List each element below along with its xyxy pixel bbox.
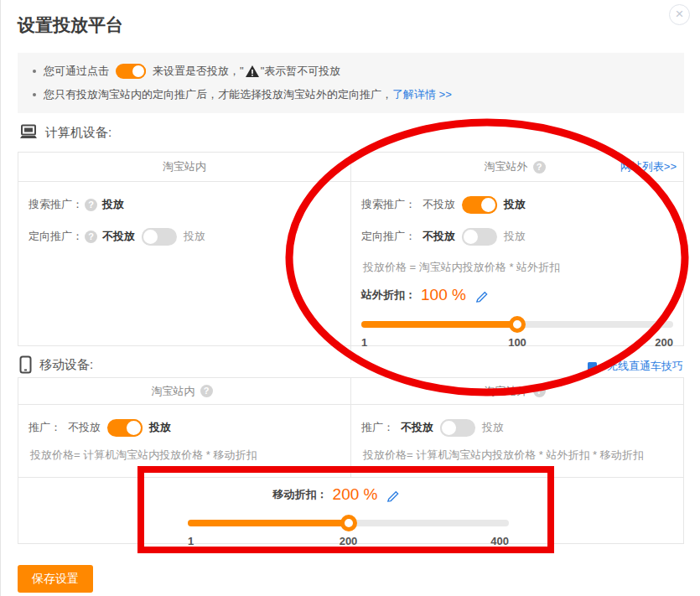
mobile-section-header: 移动设备: bbox=[19, 355, 93, 374]
target-promo-toggle[interactable] bbox=[142, 228, 177, 246]
slider-current-label: 100 bbox=[508, 336, 526, 349]
search-promo-toggle[interactable] bbox=[462, 196, 497, 214]
header-taobao-inside: 淘宝站内 bbox=[18, 153, 350, 181]
header-label: 淘宝站内 bbox=[152, 384, 195, 399]
slider-max-label: 200 bbox=[655, 336, 673, 349]
set-platform-dialog: 设置投放平台 × 您可通过点击 来设置是否投放，" "表示暂不可投放 您只有投放… bbox=[0, 0, 700, 596]
mobile-formula-row: 投放价格= 计算机淘宝站内投放价格 * 移动折扣 投放价格= 计算机淘宝站内投放… bbox=[18, 438, 683, 478]
toggle-knob bbox=[462, 228, 480, 246]
promo-row: 推广： 不投放 投放 bbox=[29, 417, 340, 438]
target-promo-toggle[interactable] bbox=[462, 228, 497, 246]
computer-table-body: 搜索推广： ? 投放 定向推广： ? 不投放 投放 搜索推广： 不投放 bbox=[18, 182, 683, 363]
row-label: 定向推广： bbox=[361, 229, 416, 244]
computer-icon bbox=[19, 124, 38, 141]
status-on-label: 投放 bbox=[184, 229, 205, 244]
wireless-tips: 无线直通车技巧 bbox=[588, 359, 683, 374]
offsite-discount-line: 站外折扣： 100 % bbox=[361, 282, 673, 308]
status-off-label: 不投放 bbox=[102, 229, 135, 244]
help-icon[interactable]: ? bbox=[85, 231, 97, 243]
slider-max-label: 400 bbox=[490, 535, 509, 547]
slider-knob[interactable] bbox=[509, 316, 526, 333]
promo-toggle[interactable] bbox=[440, 419, 475, 437]
discount-value: 100 % bbox=[421, 286, 466, 304]
slider-knob[interactable] bbox=[340, 515, 357, 531]
row-label: 搜索推广： bbox=[29, 197, 83, 212]
toggle-knob bbox=[142, 228, 159, 246]
mobile-discount-slider[interactable] bbox=[188, 515, 509, 531]
toggle-knob bbox=[440, 419, 458, 437]
learn-more-link[interactable]: 了解详情 >> bbox=[392, 87, 452, 102]
discount-label: 移动折扣： bbox=[273, 487, 328, 502]
mobile-table-head: 淘宝站内 ? 淘宝站外 ? bbox=[18, 378, 683, 405]
row-label: 定向推广： bbox=[29, 229, 83, 244]
mobile-slider-row: 移动折扣： 200 % 1 200 400 bbox=[18, 478, 683, 557]
computer-table-head: 淘宝站内 淘宝站外 ? 网站列表>> bbox=[18, 153, 683, 182]
target-promo-row: 定向推广： ? 不投放 投放 bbox=[29, 225, 340, 247]
header-taobao-inside: 淘宝站内 ? bbox=[18, 378, 350, 404]
price-formula: 投放价格= 计算机淘宝站内投放价格 * 移动折扣 bbox=[30, 447, 340, 464]
close-icon[interactable]: × bbox=[669, 4, 690, 25]
status-on-label: 投放 bbox=[504, 197, 526, 212]
slider-fill bbox=[361, 321, 517, 328]
slider-min-label: 1 bbox=[188, 535, 194, 547]
help-icon[interactable]: ? bbox=[533, 385, 546, 397]
computer-section-header: 计算机设备: bbox=[19, 124, 111, 141]
notice-text: 您可通过点击 bbox=[44, 64, 109, 79]
video-camera-icon bbox=[588, 361, 603, 371]
wireless-tips-link[interactable]: 无线直通车技巧 bbox=[607, 359, 683, 374]
slider-min-label: 1 bbox=[361, 336, 367, 349]
edit-pencil-icon[interactable] bbox=[474, 288, 489, 303]
computer-inside-cell: 搜索推广： ? 投放 定向推广： ? 不投放 投放 bbox=[18, 182, 350, 363]
notice-text: 您只有投放淘宝站内的定向推广后，才能选择投放淘宝站外的定向推广， bbox=[44, 87, 392, 102]
status-off-label: 不投放 bbox=[401, 420, 433, 435]
mobile-table: 淘宝站内 ? 淘宝站外 ? 推广： 不投放 投放 推广： 不投放 bbox=[18, 377, 684, 544]
header-label: 淘宝站外 bbox=[485, 384, 528, 399]
notice-text: "表示暂不可投放 bbox=[261, 64, 341, 79]
status-on-label: 投放 bbox=[504, 229, 526, 244]
example-toggle[interactable] bbox=[116, 64, 146, 79]
page-title: 设置投放平台 bbox=[18, 13, 123, 37]
status-off-label: 不投放 bbox=[68, 420, 101, 435]
search-promo-row: 搜索推广： ? 投放 bbox=[29, 194, 340, 215]
edit-pencil-icon[interactable] bbox=[386, 488, 400, 502]
warning-triangle-icon bbox=[246, 65, 259, 77]
status-off-label: 不投放 bbox=[423, 229, 455, 244]
mobile-toggle-row: 推广： 不投放 投放 推广： 不投放 投放 bbox=[18, 405, 683, 438]
price-formula: 投放价格= 计算机淘宝站内投放价格 * 站外折扣 * 移动折扣 bbox=[363, 447, 673, 464]
mobile-outside-cell: 推广： 不投放 投放 bbox=[350, 405, 683, 438]
row-label: 搜索推广： bbox=[361, 197, 416, 212]
mobile-outside-formula-cell: 投放价格= 计算机淘宝站内投放价格 * 站外折扣 * 移动折扣 bbox=[350, 438, 683, 477]
row-label: 推广： bbox=[361, 420, 394, 435]
header-taobao-outside: 淘宝站外 ? 网站列表>> bbox=[350, 153, 683, 181]
computer-table: 淘宝站内 淘宝站外 ? 网站列表>> 搜索推广： ? 投放 定向推广： ? 不投… bbox=[18, 152, 684, 346]
mobile-inside-cell: 推广： 不投放 投放 bbox=[18, 405, 350, 438]
discount-value: 200 % bbox=[333, 485, 378, 504]
help-icon[interactable]: ? bbox=[200, 385, 213, 397]
status-off-label: 不投放 bbox=[423, 197, 455, 212]
header-label: 淘宝站外 bbox=[485, 159, 528, 174]
slider-current-label: 200 bbox=[340, 535, 358, 547]
help-icon[interactable]: ? bbox=[533, 161, 546, 174]
offsite-discount-slider[interactable] bbox=[361, 316, 673, 333]
header-taobao-outside: 淘宝站外 ? bbox=[350, 378, 683, 404]
toggle-knob bbox=[125, 419, 143, 437]
notice-text: 来设置是否投放，" bbox=[153, 64, 244, 79]
slider-labels: 1 100 200 bbox=[361, 336, 673, 351]
bullet-dot bbox=[33, 93, 36, 96]
promo-row: 推广： 不投放 投放 bbox=[361, 417, 673, 438]
discount-label: 站外折扣： bbox=[361, 288, 416, 303]
status-on-label: 投放 bbox=[482, 420, 504, 435]
status-on-label: 投放 bbox=[149, 420, 171, 435]
status-on-label: 投放 bbox=[102, 197, 124, 212]
notice-line-1: 您可通过点击 来设置是否投放，" "表示暂不可投放 bbox=[31, 60, 671, 83]
help-icon[interactable]: ? bbox=[85, 199, 97, 211]
notice-line-2: 您只有投放淘宝站内的定向推广后，才能选择投放淘宝站外的定向推广， 了解详情 >> bbox=[31, 83, 671, 106]
section-title: 计算机设备: bbox=[45, 125, 111, 141]
save-settings-button[interactable]: 保存设置 bbox=[18, 565, 93, 593]
site-list-link[interactable]: 网站列表>> bbox=[620, 159, 677, 174]
header-label: 淘宝站内 bbox=[163, 159, 206, 174]
search-promo-row: 搜索推广： 不投放 投放 bbox=[361, 194, 673, 215]
promo-toggle[interactable] bbox=[107, 419, 143, 437]
toggle-knob bbox=[131, 64, 146, 79]
section-title: 移动设备: bbox=[39, 357, 93, 373]
